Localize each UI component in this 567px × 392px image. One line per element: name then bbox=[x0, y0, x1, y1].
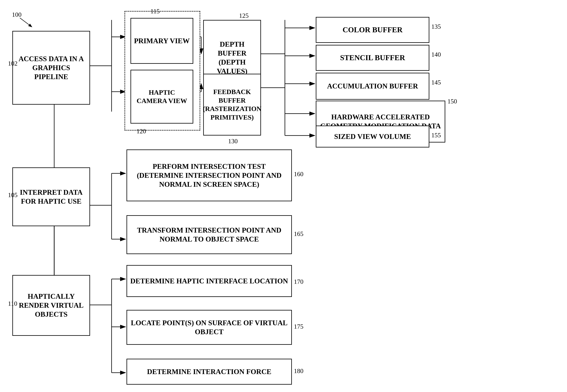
label-120: 120 bbox=[137, 127, 146, 135]
label-155: 155 bbox=[431, 132, 441, 139]
label-170: 170 bbox=[294, 278, 304, 285]
primary-view-box: PRIMARY VIEW bbox=[130, 18, 193, 64]
label-145: 145 bbox=[431, 79, 441, 86]
locate-points-box: LOCATE POINT(S) ON SURFACE OF VIRTUAL OB… bbox=[126, 310, 292, 345]
interpret-data-box: INTERPRET DATA FOR HAPTIC USE bbox=[12, 168, 90, 226]
label-160: 160 bbox=[294, 170, 304, 178]
access-data-box: ACCESS DATA IN A GRAPHICS PIPELINE bbox=[12, 31, 90, 105]
haptically-render-box: HAPTICALLY RENDER VIRTUAL OBJECTS bbox=[12, 275, 90, 336]
feedback-buffer-box: FEEDBACK BUFFER (RASTERIZATION PRIMITIVE… bbox=[203, 74, 261, 136]
label-165: 165 bbox=[294, 230, 304, 238]
label-125: 125 bbox=[239, 12, 249, 19]
perform-intersection-box: PERFORM INTERSECTION TEST (DETERMINE INT… bbox=[126, 150, 292, 201]
determine-force-box: DETERMINE INTERACTION FORCE bbox=[126, 359, 292, 385]
label-102: 102 bbox=[8, 60, 17, 67]
label-105: 105 bbox=[8, 191, 17, 199]
stencil-buffer-box: STENCIL BUFFER bbox=[316, 45, 429, 71]
sized-view-box: SIZED VIEW VOLUME bbox=[316, 126, 429, 147]
transform-intersection-box: TRANSFORM INTERSECTION POINT AND NORMAL … bbox=[126, 215, 292, 254]
determine-haptic-box: DETERMINE HAPTIC INTERFACE LOCATION bbox=[126, 265, 292, 297]
label-135: 135 bbox=[431, 23, 441, 30]
label-140: 140 bbox=[431, 51, 441, 58]
label-150: 150 bbox=[447, 98, 457, 105]
label-175: 175 bbox=[294, 323, 304, 330]
label-110: 110 bbox=[8, 300, 17, 307]
accumulation-buffer-box: ACCUMULATION BUFFER bbox=[316, 73, 429, 100]
label-180: 180 bbox=[294, 367, 304, 375]
svg-line-33 bbox=[20, 18, 32, 27]
label-115: 115 bbox=[151, 8, 160, 15]
label-130: 130 bbox=[228, 138, 238, 145]
haptic-camera-box: HAPTIC CAMERA VIEW bbox=[130, 70, 193, 124]
color-buffer-box: COLOR BUFFER bbox=[316, 17, 429, 43]
